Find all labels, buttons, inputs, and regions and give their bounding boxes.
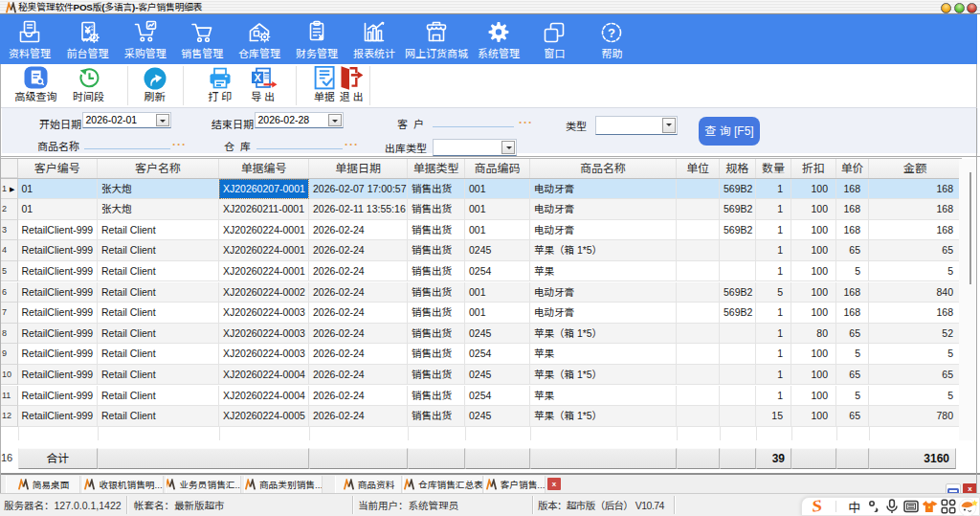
svg-text:X: X	[255, 72, 262, 83]
svg-text:?: ?	[608, 26, 615, 40]
